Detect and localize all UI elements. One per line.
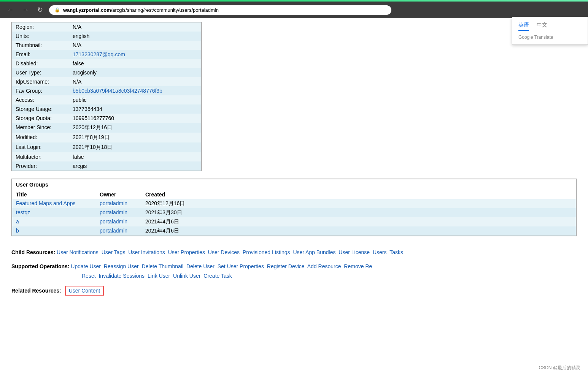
groups-col-header: Owner: [100, 191, 145, 198]
user-groups-table: User GroupsTitleOwnerCreatedFeatured Map…: [11, 179, 577, 236]
child-resources-label: Child Resources:: [11, 249, 55, 255]
groups-table-row: aportaladmin2021年4月6日: [12, 217, 576, 226]
supported-operations-links: Update User Reassign User Delete Thumbna…: [71, 263, 373, 269]
group-title-link[interactable]: testqz: [16, 209, 30, 215]
child-resource-link[interactable]: Provisioned Listings: [243, 249, 290, 255]
operation-link[interactable]: Set User Properties: [218, 263, 264, 269]
group-owner-link[interactable]: portaladmin: [100, 200, 127, 206]
forward-button[interactable]: →: [20, 5, 31, 15]
info-label: Thumbnail:: [16, 42, 73, 48]
info-row: Provider:arcgis: [12, 161, 201, 171]
group-title-link[interactable]: Featured Maps and Apps: [16, 200, 75, 206]
group-created: 2021年4月6日: [145, 218, 572, 225]
info-row: Disabled:false: [12, 59, 201, 68]
info-row: Email:1713230287@qq.com: [12, 50, 201, 59]
operation-link[interactable]: Update User: [71, 263, 101, 269]
info-value: public: [73, 97, 87, 103]
group-title-link[interactable]: a: [16, 218, 19, 225]
user-content-link[interactable]: User Content: [69, 288, 100, 294]
info-label: Fav Group:: [16, 88, 73, 94]
info-label: Disabled:: [16, 60, 73, 66]
info-value: 2021年10月18日: [73, 144, 112, 151]
operation-link[interactable]: Link User: [148, 273, 170, 279]
group-title-link[interactable]: b: [16, 228, 19, 234]
child-resource-link[interactable]: Tasks: [389, 249, 403, 255]
user-content-box: User Content: [65, 286, 104, 296]
groups-table-title: User Groups: [12, 179, 576, 190]
child-resource-link[interactable]: User Devices: [208, 249, 240, 255]
operation-link[interactable]: Delete Thumbnail: [142, 263, 183, 269]
operation-link[interactable]: Register Device: [267, 263, 305, 269]
info-row: Modified:2021年8月19日: [12, 133, 201, 142]
child-resource-link[interactable]: User License: [338, 249, 370, 255]
info-value: false: [73, 154, 84, 160]
child-resource-link[interactable]: Users: [373, 249, 387, 255]
operation-link[interactable]: Invalidate Sessions: [99, 273, 145, 279]
operation-link[interactable]: Delete User: [186, 263, 215, 269]
info-row: Thumbnail:N/A: [12, 41, 201, 50]
info-row: Storage Quota:10995116277760: [12, 114, 201, 123]
info-label: User Type:: [16, 70, 73, 76]
info-value: b5b0cb3a079f441a8c03f42748776f3b: [73, 88, 162, 94]
supported-operations-section: Supported Operations: Update User Reassi…: [11, 262, 577, 281]
page-content: Region:N/AUnits:englishThumbnail:N/AEmai…: [0, 18, 588, 307]
group-created: 2021年3月30日: [145, 209, 572, 216]
operation-link[interactable]: Add Resource: [307, 263, 341, 269]
info-row: Units:english: [12, 32, 201, 41]
operation-link[interactable]: Unlink User: [173, 273, 200, 279]
info-row: User Type:arcgisonly: [12, 68, 201, 77]
tab-english[interactable]: 英语: [518, 22, 529, 31]
lock-icon: 🔒: [54, 7, 60, 13]
address-bar[interactable]: 🔒 wangl.yzrportal.com/arcgis/sharing/res…: [49, 5, 391, 15]
info-label: Member Since:: [16, 124, 73, 131]
related-resources-section: Related Resources: User Content: [11, 286, 577, 296]
browser-chrome: ← → ↻ 🔒 wangl.yzrportal.com/arcgis/shari…: [0, 2, 588, 18]
refresh-button[interactable]: ↻: [35, 5, 45, 15]
child-resources-section: Child Resources: User Notifications User…: [11, 248, 577, 257]
info-row: Storage Usage:1377354434: [12, 104, 201, 114]
info-value: arcgis: [73, 163, 87, 169]
groups-table-row: testqzportaladmin2021年3月30日: [12, 208, 576, 217]
operation-link[interactable]: Remove Re: [344, 263, 372, 269]
info-label: Units:: [16, 33, 73, 39]
info-label: Multifactor:: [16, 154, 73, 160]
back-button[interactable]: ←: [5, 5, 16, 15]
info-label: Region:: [16, 24, 73, 30]
tab-chinese[interactable]: 中文: [537, 22, 547, 31]
info-row: Last Login:2021年10月18日: [12, 142, 201, 152]
translate-powered-by: Google Translate: [518, 35, 582, 40]
group-owner-link[interactable]: portaladmin: [100, 209, 127, 215]
info-value: 10995116277760: [73, 115, 114, 121]
translate-tabs: 英语 中文: [518, 22, 582, 31]
child-resource-link[interactable]: User Invitations: [128, 249, 165, 255]
info-value: 2020年12月16日: [73, 124, 112, 131]
info-label: Storage Quota:: [16, 115, 73, 121]
groups-col-header: Created: [145, 191, 572, 198]
group-created: 2021年4月6日: [145, 228, 572, 234]
child-resource-link[interactable]: User App Bundles: [293, 249, 335, 255]
info-row: Access:public: [12, 95, 201, 104]
child-resource-link[interactable]: User Tags: [102, 249, 126, 255]
info-value: arcgisonly: [73, 70, 97, 76]
child-resource-link[interactable]: User Notifications: [57, 249, 99, 255]
info-row: Multifactor:false: [12, 152, 201, 161]
operation-link[interactable]: Reset: [82, 273, 96, 279]
group-owner-link[interactable]: portaladmin: [100, 218, 127, 225]
info-value: false: [73, 60, 84, 66]
info-value: 1713230287@qq.com: [73, 51, 125, 57]
info-row: Region:N/A: [12, 22, 201, 32]
child-resource-link[interactable]: User Properties: [168, 249, 205, 255]
info-value: N/A: [73, 79, 81, 85]
operation-link[interactable]: Create Task: [203, 273, 232, 279]
url-path: /arcgis/sharing/rest/community/users/por…: [111, 7, 219, 13]
child-resources-links: User Notifications User Tags User Invita…: [57, 249, 405, 255]
info-value: 1377354434: [73, 106, 102, 112]
operation-link[interactable]: Reassign User: [104, 263, 139, 269]
groups-table-row: Featured Maps and Appsportaladmin2020年12…: [12, 199, 576, 208]
group-owner-link[interactable]: portaladmin: [100, 228, 127, 234]
info-label: Email:: [16, 51, 73, 57]
supported-operations-links-2: Reset Invalidate Sessions Link User Unli…: [11, 273, 234, 279]
info-row: IdpUsername:N/A: [12, 77, 201, 86]
groups-col-header: Title: [16, 191, 100, 198]
translate-widget: 英语 中文 Google Translate: [512, 17, 588, 45]
